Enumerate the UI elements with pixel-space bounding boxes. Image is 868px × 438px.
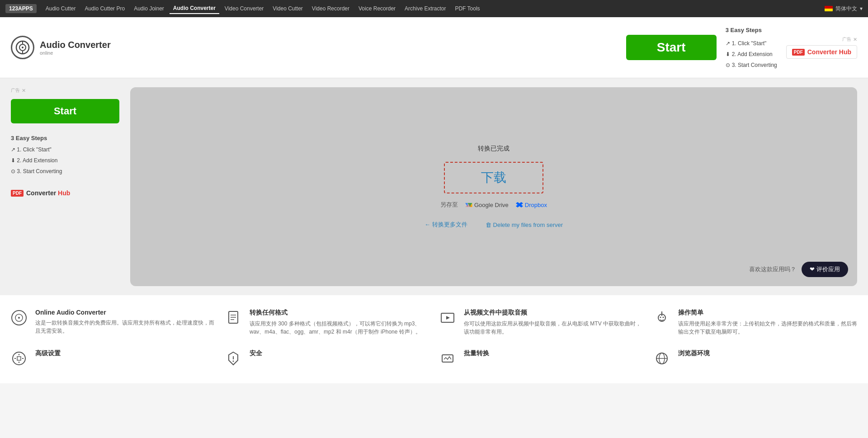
dropbox-link[interactable]: Dropbox xyxy=(516,201,547,208)
start-button-header[interactable]: Start xyxy=(626,35,717,60)
app-subtitle: online xyxy=(40,50,111,56)
pdf-text-left: Converter Hub xyxy=(26,189,70,197)
steps-area-header: 3 Easy Steps ↗1. Click "Start" ⬇2. Add E… xyxy=(726,24,777,71)
feature-item2-3: 批量转换 xyxy=(439,349,643,370)
svg-point-19 xyxy=(660,317,661,318)
trash-icon: 🗑 xyxy=(486,221,491,228)
feature-desc-4: 该应用使用起来非常方便：上传初始文件，选择想要的格式和质量，然后将输出文件下载至… xyxy=(678,320,857,336)
feature-item-1: Online Audio Converter 这是一款转换音频文件的免费应用。该… xyxy=(11,309,214,336)
flag-icon xyxy=(825,6,833,11)
delete-files-link[interactable]: 🗑 Delete my files from server xyxy=(486,221,563,229)
feature-content-1: Online Audio Converter 这是一款转换音频文件的免费应用。该… xyxy=(35,309,214,336)
header-section: Audio Converter online Start 3 Easy Step… xyxy=(0,17,868,78)
download-button[interactable]: 下载 xyxy=(444,162,543,193)
ad-label-left: 广告 ✕ xyxy=(11,87,119,94)
feature-content-4: 操作简单 该应用使用起来非常方便：上传初始文件，选择想要的格式和质量，然后将输出… xyxy=(678,309,857,336)
nav-audio-joiner[interactable]: Audio Joiner xyxy=(130,4,168,14)
feature-icon2-3 xyxy=(439,349,458,370)
svg-point-11 xyxy=(18,317,20,319)
feature-desc-1: 这是一款转换音频文件的免费应用。该应用支持所有格式，处理速度快，而且无需安装。 xyxy=(35,319,214,335)
rate-button[interactable]: ❤ 评价应用 xyxy=(802,262,848,277)
feature-item2-2: 安全 xyxy=(225,349,429,370)
svg-point-27 xyxy=(233,361,234,362)
ad-area-right: 广告 ✕ PDF Converter Hub xyxy=(786,36,857,59)
ad-label-header: 广告 ✕ xyxy=(842,36,857,42)
action-links-row: ← 转换更多文件 🗑 Delete my files from server xyxy=(425,221,563,229)
nav-video-cutter[interactable]: Video Cutter xyxy=(269,4,307,14)
steps-area-left: 3 Easy Steps ↗ 1. Click "Start" ⬇ 2. Add… xyxy=(11,132,119,177)
pdf-badge-label-left: PDF xyxy=(11,190,24,197)
nav-pdf-tools[interactable]: PDF Tools xyxy=(451,4,483,14)
feature2-content-4: 浏览器环境 xyxy=(678,349,710,370)
app-logo-icon xyxy=(11,36,34,59)
nav-archive-extractor[interactable]: Archive Extractor xyxy=(401,4,449,14)
rate-section: 喜欢这款应用吗？ ❤ 评价应用 xyxy=(749,262,848,277)
save-to-row: 另存至 Google Drive Dropbox xyxy=(440,201,547,209)
like-text: 喜欢这款应用吗？ xyxy=(749,265,796,273)
app-title-area: Audio Converter online xyxy=(40,39,111,56)
nav-video-converter[interactable]: Video Converter xyxy=(221,4,268,14)
convert-more-link[interactable]: ← 转换更多文件 xyxy=(425,221,467,229)
step1-left: ↗ 1. Click "Start" xyxy=(11,144,119,155)
language-selector[interactable]: 简体中文 ▾ xyxy=(825,5,863,13)
feature-item-4: 操作简单 该应用使用起来非常方便：上传初始文件，选择想要的格式和质量，然后将输出… xyxy=(654,309,857,336)
steps-title-left: 3 Easy Steps xyxy=(11,132,119,144)
brand-logo[interactable]: 123APPS xyxy=(5,4,37,13)
step1-header: ↗1. Click "Start" xyxy=(726,38,777,49)
feature-title-2: 转换任何格式 xyxy=(250,309,429,317)
conversion-area: 转换已完成 下载 另存至 Google Drive xyxy=(130,87,857,286)
start-button-left[interactable]: Start xyxy=(11,99,119,123)
feature2-content-3: 批量转换 xyxy=(464,349,489,370)
left-ad-sidebar: 广告 ✕ Start 3 Easy Steps ↗ 1. Click "Star… xyxy=(11,87,119,286)
pdf-converter-text: Converter Hub xyxy=(807,48,851,56)
steps-title-header: 3 Easy Steps xyxy=(726,24,777,36)
ad-close-left[interactable]: ✕ xyxy=(22,88,26,94)
feature-desc-3: 你可以使用这款应用从视频中提取音频，在从电影或 MTV 中获取歌曲时，该功能非常… xyxy=(464,320,643,336)
feature-icon2-4 xyxy=(654,349,672,370)
feature-title-3: 从视频文件中提取音频 xyxy=(464,309,643,317)
dropdown-arrow: ▾ xyxy=(860,5,863,12)
feature-title-1: Online Audio Converter xyxy=(35,309,214,316)
pdf-converter-badge-header[interactable]: PDF Converter Hub xyxy=(786,45,857,59)
feature2-title-1: 高级设置 xyxy=(35,349,61,358)
pdf-badge-label: PDF xyxy=(792,49,805,56)
app-title: Audio Converter xyxy=(40,39,111,50)
save-to-label: 另存至 xyxy=(440,201,458,209)
nav-audio-cutter[interactable]: Audio Cutter xyxy=(42,4,80,14)
feature2-title-3: 批量转换 xyxy=(464,349,489,358)
step2-header: ⬇2. Add Extension xyxy=(726,49,777,60)
feature-title-4: 操作简单 xyxy=(678,309,857,317)
step2-left: ⬇ 2. Add Extension xyxy=(11,155,119,166)
svg-point-20 xyxy=(663,317,664,318)
nav-video-recorder[interactable]: Video Recorder xyxy=(308,4,353,14)
feature-desc-2: 该应用支持 300 多种格式（包括视频格式），可以将它们转换为 mp3、wav、… xyxy=(250,320,429,336)
google-drive-link[interactable]: Google Drive xyxy=(465,201,509,208)
feature2-content-2: 安全 xyxy=(250,349,262,370)
language-label: 简体中文 xyxy=(835,5,857,13)
feature-icon2-1 xyxy=(11,349,29,370)
feature-icon-1 xyxy=(11,309,29,336)
step3-left: ⊙ 3. Start Converting xyxy=(11,166,119,177)
nav-audio-cutter-pro[interactable]: Audio Cutter Pro xyxy=(81,4,128,14)
google-drive-icon xyxy=(465,201,472,208)
feature-icon-2 xyxy=(225,309,243,336)
conversion-complete-text: 转换已完成 xyxy=(478,145,509,153)
top-nav: 123APPS Audio Cutter Audio Cutter Pro Au… xyxy=(0,0,868,17)
svg-rect-28 xyxy=(442,355,453,362)
feature-item2-1: 高级设置 xyxy=(11,349,214,370)
step3-header: ⊙3. Start Converting xyxy=(726,60,777,71)
ad-close-header[interactable]: ✕ xyxy=(853,37,857,42)
feature-item-3: 从视频文件中提取音频 你可以使用这款应用从视频中提取音频，在从电影或 MTV 中… xyxy=(439,309,643,336)
feature2-title-4: 浏览器环境 xyxy=(678,349,710,358)
pdf-badge-left[interactable]: PDF Converter Hub xyxy=(11,189,119,197)
feature-icon2-2 xyxy=(225,349,243,370)
feature-item2-4: 浏览器环境 xyxy=(654,349,857,370)
nav-voice-recorder[interactable]: Voice Recorder xyxy=(355,4,399,14)
nav-audio-converter[interactable]: Audio Converter xyxy=(170,3,219,14)
logo-area: Audio Converter online xyxy=(11,36,111,59)
dropbox-icon xyxy=(516,201,523,208)
features-section2: 高级设置 安全 批量转换 xyxy=(0,349,868,383)
feature-icon-3 xyxy=(439,309,458,336)
feature-item-2: 转换任何格式 该应用支持 300 多种格式（包括视频格式），可以将它们转换为 m… xyxy=(225,309,429,336)
features-section: Online Audio Converter 这是一款转换音频文件的免费应用。该… xyxy=(0,295,868,349)
